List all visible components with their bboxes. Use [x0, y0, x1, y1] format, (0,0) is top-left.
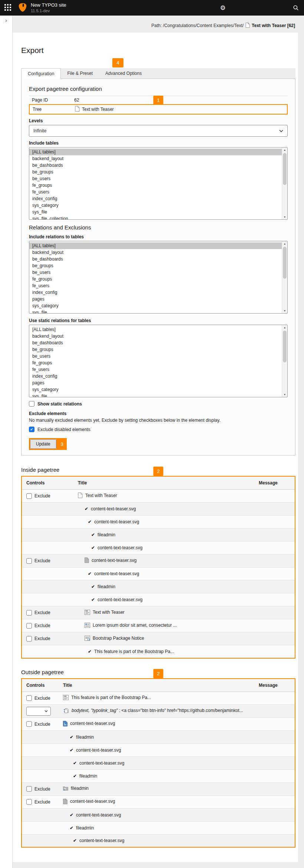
title-cell: This feature is part of the Bootstrap Pa… — [59, 692, 254, 705]
scroll-up-icon[interactable]: ▲ — [284, 242, 286, 245]
listbox-option[interactable]: index_config — [29, 195, 287, 202]
check-icon: ✔ — [70, 825, 73, 831]
exclude-label: Exclude — [34, 558, 50, 563]
scrollbar-thumb[interactable] — [283, 247, 287, 279]
scroll-down-icon[interactable]: ▼ — [284, 393, 286, 396]
exclude-checkbox[interactable] — [26, 623, 32, 629]
typo3-backend: New TYPO3 site 11.5.1-dev ⚙ › Path: /Con… — [0, 0, 304, 868]
record-title: fileadmin — [79, 773, 97, 779]
controls-cell — [22, 756, 59, 769]
brand[interactable]: New TYPO3 site 11.5.1-dev — [16, 2, 66, 13]
record-title: This feature is part of the Bootstrap Pa… — [94, 649, 174, 654]
listbox-option[interactable]: fe_users — [29, 366, 287, 373]
table-row: ✔fileadmin — [22, 529, 295, 541]
listbox-option[interactable]: fe_users — [29, 282, 287, 289]
record-title: content-text-teaser.svg — [92, 558, 136, 563]
listbox-option[interactable]: be_dashboards — [29, 339, 287, 346]
scroll-up-icon[interactable]: ▲ — [284, 149, 286, 151]
exclude-checkbox[interactable] — [26, 610, 32, 616]
settings-icon[interactable]: ⚙ — [217, 0, 228, 16]
listbox-option[interactable]: sys_file — [29, 393, 287, 397]
listbox-option[interactable]: be_dashboards — [29, 162, 287, 169]
record-title: content-text-teaser.svg — [76, 812, 121, 818]
scrollbar-thumb[interactable] — [283, 153, 287, 185]
page-icon — [75, 106, 80, 113]
table-row: Excludefileadmin — [22, 782, 295, 795]
listbox-option[interactable]: fe_groups — [29, 182, 287, 189]
show-static-relations-label: Show static relations — [37, 401, 82, 407]
listbox-option[interactable]: backend_layout — [29, 155, 287, 162]
listbox-option[interactable]: be_groups — [29, 262, 287, 269]
show-static-relations-checkbox[interactable] — [29, 401, 34, 407]
record-title: fileadmin — [76, 825, 94, 831]
exclude-checkbox[interactable] — [26, 493, 32, 499]
message-cell — [254, 743, 295, 756]
exclude-checkbox[interactable] — [26, 558, 32, 564]
levels-select[interactable]: Infinite — [29, 125, 288, 137]
table-row: ExcludeLorem ipsum dolor sit amet, conse… — [22, 619, 295, 632]
static-relations-listbox[interactable]: [ALL tables]backend_layoutbe_dashboardsb… — [29, 325, 288, 397]
expand-pagetree-icon[interactable]: › — [5, 17, 7, 23]
listbox-scrollbar[interactable]: ▲▼ — [282, 325, 287, 397]
exclude-label: Exclude — [34, 722, 50, 727]
listbox-option[interactable]: sys_category — [29, 202, 287, 209]
listbox-option[interactable]: sys_file — [29, 209, 287, 215]
exclude-checkbox[interactable] — [26, 636, 32, 642]
include-tables-listbox[interactable]: [ALL tables]backend_layoutbe_dashboardsb… — [29, 147, 288, 220]
controls-cell — [22, 834, 59, 847]
exclude-checkbox[interactable] — [26, 721, 32, 727]
site-version: 11.5.1-dev — [31, 9, 66, 13]
scroll-down-icon[interactable]: ▼ — [284, 309, 286, 312]
include-relations-listbox[interactable]: [ALL tables]backend_layoutbe_dashboardsb… — [29, 241, 288, 314]
image-file-icon — [63, 721, 67, 726]
listbox-option[interactable]: index_config — [29, 373, 287, 380]
message-cell — [254, 795, 295, 808]
exclude-checkbox[interactable] — [26, 786, 32, 792]
exclude-disabled-checkbox[interactable]: ✔ — [29, 427, 34, 432]
listbox-option[interactable]: [ALL tables] — [29, 149, 287, 155]
check-icon: ✔ — [88, 571, 92, 576]
column-header-controls: Controls — [22, 476, 73, 490]
update-button[interactable]: Update — [30, 439, 56, 449]
listbox-option[interactable]: pages — [29, 296, 287, 302]
listbox-option[interactable]: [ALL tables] — [29, 242, 287, 249]
listbox-option[interactable]: sys_file — [29, 309, 287, 313]
listbox-scrollbar[interactable]: ▲▼ — [282, 241, 287, 313]
listbox-option[interactable]: sys_category — [29, 302, 287, 309]
scroll-down-icon[interactable]: ▼ — [284, 216, 286, 218]
listbox-option[interactable]: fe_users — [29, 189, 287, 195]
listbox-option[interactable]: sys_file_collection — [29, 215, 287, 219]
listbox-option[interactable]: index_config — [29, 289, 287, 296]
listbox-option[interactable]: be_dashboards — [29, 256, 287, 262]
listbox-scrollbar[interactable]: ▲▼ — [282, 148, 287, 219]
exclude-checkbox[interactable] — [26, 799, 32, 805]
search-icon[interactable] — [290, 0, 302, 16]
title-cell: content-text-teaser.svg — [73, 554, 254, 567]
title-cell: ✔content-text-teaser.svg — [73, 567, 254, 580]
tab-advanced-options[interactable]: Advanced Options — [99, 68, 148, 79]
listbox-option[interactable]: backend_layout — [29, 333, 287, 339]
listbox-option[interactable]: be_groups — [29, 169, 287, 175]
listbox-option[interactable]: pages — [29, 380, 287, 386]
message-cell — [254, 606, 295, 619]
scroll-up-icon[interactable]: ▲ — [284, 326, 286, 329]
listbox-option[interactable]: [ALL tables] — [29, 326, 287, 333]
listbox-option[interactable]: be_users — [29, 175, 287, 182]
listbox-option[interactable]: be_groups — [29, 346, 287, 353]
listbox-option[interactable]: backend_layout — [29, 249, 287, 256]
exclude-checkbox[interactable] — [26, 695, 32, 701]
scrollbar-thumb[interactable] — [283, 331, 287, 362]
module-menu-button[interactable] — [0, 0, 16, 16]
listbox-option[interactable]: fe_groups — [29, 360, 287, 366]
table-row: Excludecontent-text-teaser.svg — [22, 795, 295, 808]
listbox-option[interactable]: fe_groups — [29, 276, 287, 282]
title-cell: Text with Teaser — [73, 606, 254, 619]
tab-file-preset[interactable]: File & Preset — [61, 68, 99, 79]
listbox-option[interactable]: be_users — [29, 269, 287, 276]
title-cell: ✔content-text-teaser.svg — [59, 808, 254, 821]
listbox-option[interactable]: be_users — [29, 353, 287, 360]
listbox-option[interactable]: sys_category — [29, 386, 287, 393]
tab-configuration[interactable]: Configuration — [21, 68, 61, 79]
relation-action-select[interactable] — [26, 707, 51, 716]
tree-label: Tree — [33, 107, 75, 112]
